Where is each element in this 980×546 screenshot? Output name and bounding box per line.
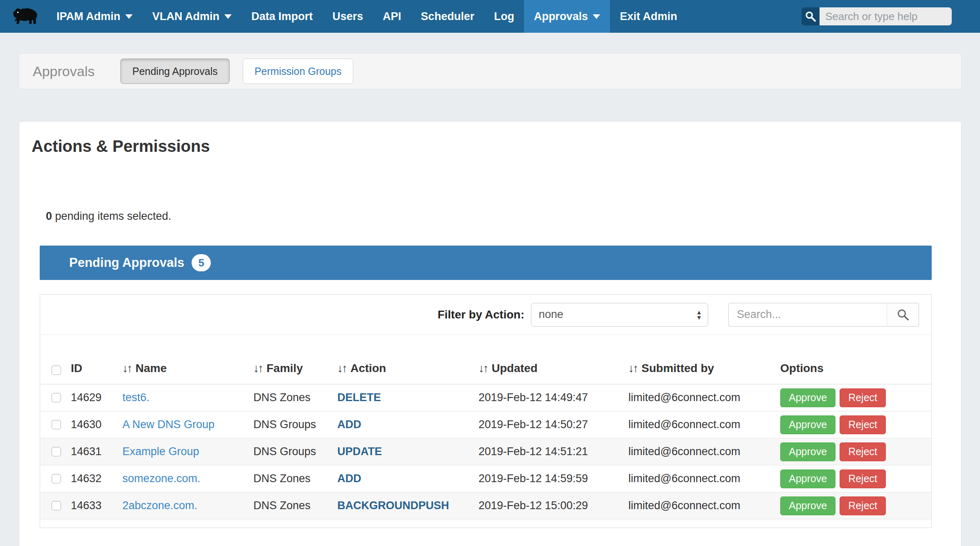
cell-action: ADD [337, 418, 479, 431]
item-name-link[interactable]: somezone.com. [122, 472, 201, 485]
cell-updated: 2019-Feb-12 15:00:29 [479, 499, 628, 512]
cell-action: ADD [337, 472, 479, 485]
col-updated[interactable]: ↓↑Updated [479, 362, 628, 375]
cell-action: DELETE [337, 391, 479, 404]
nav-item[interactable]: API [373, 0, 411, 33]
cell-action: UPDATE [337, 445, 479, 458]
row-checkbox[interactable] [52, 474, 61, 483]
filter-action-select[interactable]: none ▲ ▼ [531, 303, 708, 327]
row-checkbox[interactable] [52, 420, 61, 429]
select-value: none [539, 308, 696, 321]
reject-button[interactable]: Reject [840, 415, 886, 434]
count-badge: 5 [192, 254, 211, 271]
nav-menu: IPAM Admin VLAN Admin Data Import Users … [47, 0, 687, 33]
nav-item[interactable]: Log [484, 0, 524, 33]
nav-item-label: Approvals [534, 10, 588, 23]
row-checkbox[interactable] [52, 447, 61, 456]
nav-item[interactable]: Users [323, 0, 373, 33]
table-row: 14633 2abczone.com. DNS Zones BACKGROUND… [40, 492, 931, 519]
nav-item-label: Scheduler [421, 10, 474, 23]
global-search-input[interactable] [820, 7, 952, 25]
pending-approvals-section: Pending Approvals 5 Filter by Action: no… [40, 246, 932, 528]
nav-item[interactable]: Scheduler [411, 0, 484, 33]
cell-updated: 2019-Feb-12 14:51:21 [479, 445, 628, 458]
reject-button[interactable]: Reject [840, 469, 886, 488]
nav-item-label: Log [494, 10, 514, 23]
cell-submitted-by: limited@6connect.com [628, 499, 780, 512]
item-name-link[interactable]: Example Group [122, 445, 199, 458]
cell-family: DNS Groups [253, 445, 337, 458]
top-navbar: IPAM Admin VLAN Admin Data Import Users … [0, 0, 980, 33]
caret-down-icon [224, 14, 232, 19]
reject-button[interactable]: Reject [840, 442, 886, 461]
reject-button[interactable]: Reject [840, 388, 886, 407]
table-row: 14630 A New DNS Group DNS Groups ADD 201… [40, 411, 931, 438]
table-header-row: ID ↓↑Name ↓↑Family ↓↑Action ↓↑Updated ↓↑… [40, 335, 931, 384]
cell-id: 14632 [71, 472, 122, 485]
cell-submitted-by: limited@6connect.com [628, 418, 780, 431]
filter-toolbar: Filter by Action: none ▲ ▼ [40, 295, 931, 335]
nav-item[interactable]: VLAN Admin [142, 0, 242, 33]
cell-id: 14629 [71, 391, 122, 404]
approve-button[interactable]: Approve [780, 388, 835, 407]
app-logo[interactable] [12, 0, 38, 33]
reject-button[interactable]: Reject [840, 496, 886, 515]
actions-permissions-card: Actions & Permissions 0 pending items se… [19, 121, 962, 546]
filter-by-action-label: Filter by Action: [438, 308, 524, 321]
col-options: Options [780, 362, 931, 375]
col-submitted-by[interactable]: ↓↑Submitted by [628, 362, 780, 375]
search-icon [805, 11, 816, 22]
search-button[interactable] [802, 7, 820, 25]
cell-submitted-by: limited@6connect.com [628, 472, 780, 485]
item-name-link[interactable]: A New DNS Group [122, 418, 215, 431]
approve-button[interactable]: Approve [780, 415, 835, 434]
cell-action: BACKGROUNDPUSH [337, 499, 479, 512]
row-checkbox[interactable] [52, 393, 61, 402]
nav-item-label: Exit Admin [620, 10, 677, 23]
tab-pending-approvals[interactable]: Pending Approvals [120, 59, 229, 84]
cell-family: DNS Zones [253, 391, 337, 404]
selected-count: 0 [46, 210, 52, 222]
cell-family: DNS Zones [253, 499, 337, 512]
table-search-button[interactable] [887, 303, 919, 327]
nav-item[interactable]: Exit Admin [610, 0, 687, 33]
select-all-checkbox[interactable] [52, 366, 61, 375]
selected-count-line: 0 pending items selected. [46, 210, 171, 223]
cell-updated: 2019-Feb-12 14:59:59 [479, 472, 628, 485]
sort-icon: ↓↑ [337, 362, 346, 375]
nav-item-label: Users [332, 10, 363, 23]
cell-id: 14633 [71, 499, 122, 512]
nav-item-label: Data Import [251, 10, 313, 23]
card-heading: Actions & Permissions [32, 137, 210, 156]
cell-family: DNS Groups [253, 418, 337, 431]
page-title: Approvals [33, 63, 95, 79]
col-name[interactable]: ↓↑Name [122, 362, 253, 375]
global-search [802, 7, 952, 25]
selected-text: pending items selected. [52, 210, 171, 222]
panel-title: Pending Approvals [69, 255, 184, 270]
nav-item[interactable]: Approvals [524, 0, 610, 33]
item-name-link[interactable]: 2abczone.com. [122, 499, 197, 512]
nav-item[interactable]: Data Import [242, 0, 323, 33]
col-id[interactable]: ID [71, 362, 122, 375]
approve-button[interactable]: Approve [780, 469, 835, 488]
pending-approvals-panel-header: Pending Approvals 5 [40, 246, 932, 280]
table-row: 14629 test6. DNS Zones DELETE 2019-Feb-1… [40, 384, 931, 411]
page-header: Approvals Pending Approvals Permission G… [19, 53, 962, 89]
sort-icon: ↓↑ [253, 362, 262, 375]
nav-item[interactable]: IPAM Admin [47, 0, 142, 33]
col-action[interactable]: ↓↑Action [337, 362, 479, 375]
cell-submitted-by: limited@6connect.com [628, 445, 780, 458]
col-family[interactable]: ↓↑Family [253, 362, 337, 375]
approve-button[interactable]: Approve [780, 496, 835, 515]
sort-icon: ↓↑ [479, 362, 488, 375]
row-checkbox[interactable] [52, 501, 61, 510]
sort-icon: ↓↑ [628, 362, 637, 375]
table-search-input[interactable] [728, 303, 887, 327]
approve-button[interactable]: Approve [780, 442, 835, 461]
nav-item-label: IPAM Admin [56, 10, 120, 23]
rhino-logo-icon [12, 5, 38, 28]
table-body: 14629 test6. DNS Zones DELETE 2019-Feb-1… [40, 384, 931, 519]
item-name-link[interactable]: test6. [122, 391, 149, 404]
tab-permission-groups[interactable]: Permission Groups [243, 59, 354, 84]
